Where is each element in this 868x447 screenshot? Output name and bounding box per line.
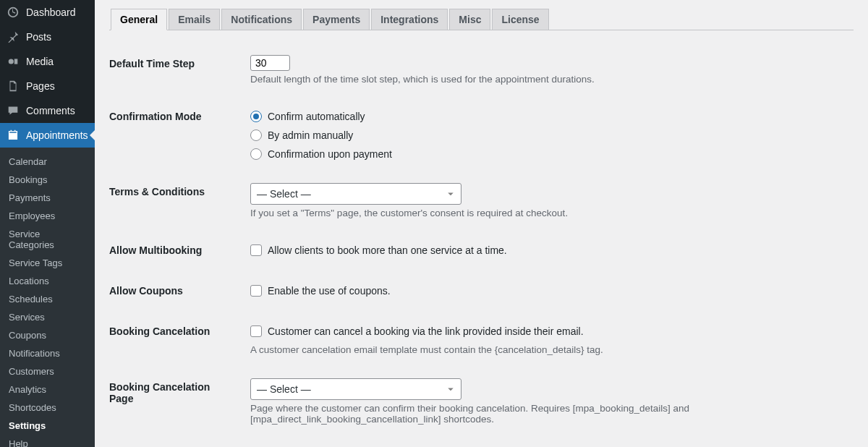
time-step-label: Default Time Step	[109, 43, 243, 96]
settings-tabs: GeneralEmailsNotificationsPaymentsIntegr…	[109, 9, 854, 30]
pin-icon	[6, 30, 20, 44]
submenu-item-employees[interactable]: Employees	[0, 207, 95, 225]
media-icon	[6, 54, 20, 69]
coupons-checkbox[interactable]	[250, 285, 262, 297]
confirmation-payment-label: Confirmation upon payment	[268, 148, 392, 160]
submenu-item-payments[interactable]: Payments	[0, 189, 95, 207]
appointments-submenu: CalendarBookingsPaymentsEmployeesService…	[0, 148, 95, 447]
coupons-label: Allow Coupons	[109, 271, 243, 311]
menu-pages[interactable]: Pages	[0, 74, 95, 98]
submenu-item-analytics[interactable]: Analytics	[0, 380, 95, 399]
cancel-page-desc: Page where the customer can confirm thei…	[250, 403, 846, 425]
confirmation-auto-label: Confirm automatically	[268, 111, 365, 122]
pages-icon	[6, 79, 20, 93]
admin-sidebar: Dashboard Posts Media Pages Comments App…	[0, 0, 95, 447]
submenu-item-shortcodes[interactable]: Shortcodes	[0, 399, 95, 417]
terms-label: Terms & Conditions	[109, 171, 243, 230]
tab-payments[interactable]: Payments	[303, 9, 370, 30]
menu-dashboard-label: Dashboard	[26, 7, 76, 18]
menu-appointments[interactable]: Appointments	[0, 123, 95, 148]
svg-rect-1	[9, 133, 17, 139]
coupons-check-label: Enable the use of coupons.	[268, 285, 391, 297]
tab-emails[interactable]: Emails	[169, 9, 220, 30]
menu-posts-label: Posts	[26, 31, 51, 43]
submenu-item-customers[interactable]: Customers	[0, 362, 95, 380]
submenu-item-settings[interactable]: Settings	[0, 417, 95, 435]
time-step-desc: Default length of the time slot step, wh…	[250, 74, 846, 85]
multibook-check-label: Allow clients to book more than one serv…	[268, 244, 507, 256]
submenu-item-bookings[interactable]: Bookings	[0, 171, 95, 189]
cancel-check-label: Customer can cancel a booking via the li…	[268, 325, 584, 337]
submenu-item-coupons[interactable]: Coupons	[0, 326, 95, 344]
settings-form: Default Time Step Default length of the …	[109, 43, 854, 447]
tab-general[interactable]: General	[111, 9, 167, 30]
menu-posts[interactable]: Posts	[0, 25, 95, 49]
cancel-page-label: Booking Cancelation Page	[109, 367, 243, 436]
submenu-item-locations[interactable]: Locations	[0, 272, 95, 290]
multibook-checkbox[interactable]	[250, 244, 262, 256]
confirmation-admin-radio[interactable]	[250, 129, 262, 141]
comments-icon	[6, 103, 20, 118]
confirmation-auto-radio[interactable]	[250, 111, 262, 122]
cancel-checkbox[interactable]	[250, 325, 262, 337]
tab-license[interactable]: License	[492, 9, 548, 30]
svg-point-0	[9, 59, 14, 64]
menu-comments-label: Comments	[26, 105, 75, 116]
cancel-label: Booking Cancelation	[109, 311, 243, 367]
submenu-item-services[interactable]: Services	[0, 308, 95, 326]
time-step-input[interactable]	[250, 55, 290, 71]
tab-notifications[interactable]: Notifications	[221, 9, 302, 30]
tab-integrations[interactable]: Integrations	[371, 9, 448, 30]
confirmation-admin-label: By admin manually	[268, 129, 353, 141]
submenu-item-service-tags[interactable]: Service Tags	[0, 254, 95, 272]
submenu-item-calendar[interactable]: Calendar	[0, 153, 95, 171]
menu-dashboard[interactable]: Dashboard	[0, 0, 95, 25]
cancel-page-select[interactable]: — Select —	[250, 378, 461, 400]
menu-appointments-label: Appointments	[26, 129, 88, 141]
confirmation-label: Confirmation Mode	[109, 96, 243, 171]
terms-desc: If you set a "Terms" page, the customer'…	[250, 208, 846, 218]
submenu-item-schedules[interactable]: Schedules	[0, 290, 95, 308]
menu-pages-label: Pages	[26, 80, 55, 92]
calendar-icon	[6, 128, 20, 142]
dashboard-icon	[6, 5, 20, 20]
cancel-desc: A customer cancelation email template mu…	[250, 344, 846, 355]
canceled-page-label: Booking Canceled Page	[109, 436, 243, 447]
settings-content: GeneralEmailsNotificationsPaymentsIntegr…	[95, 0, 868, 447]
submenu-item-service-categories[interactable]: Service Categories	[0, 225, 95, 254]
menu-media-label: Media	[26, 56, 54, 67]
submenu-item-help[interactable]: Help	[0, 435, 95, 447]
multibook-label: Allow Multibooking	[109, 230, 243, 271]
terms-select[interactable]: — Select —	[250, 183, 461, 205]
submenu-item-notifications[interactable]: Notifications	[0, 344, 95, 362]
menu-comments[interactable]: Comments	[0, 98, 95, 123]
menu-media[interactable]: Media	[0, 49, 95, 74]
confirmation-payment-radio[interactable]	[250, 148, 262, 160]
tab-misc[interactable]: Misc	[449, 9, 490, 30]
